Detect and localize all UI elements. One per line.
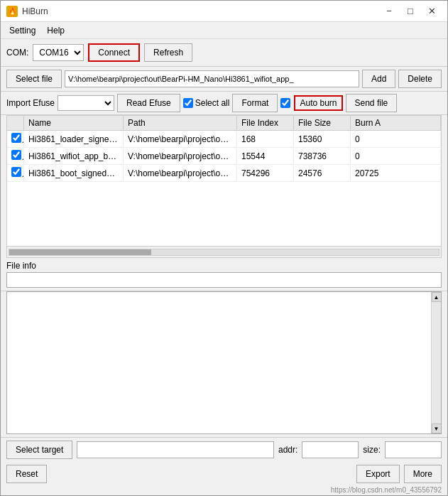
row2-name: Hi3861_wifiot_app_burn... <box>24 149 124 163</box>
file-path-input[interactable] <box>65 70 359 87</box>
row1-burn: 0 <box>351 132 441 146</box>
connect-button[interactable]: Connect <box>88 43 140 62</box>
row3-name: Hi3861_boot_signed_B.bin <box>24 166 124 180</box>
th-path: Path <box>124 116 237 130</box>
select-all-checkbox[interactable] <box>183 98 193 108</box>
row3-size: 24576 <box>294 166 351 180</box>
title-bar: 🔥 HiBurn − □ ✕ <box>1 1 447 22</box>
row2-burn: 0 <box>351 149 441 163</box>
target-input[interactable] <box>77 441 274 458</box>
format-button[interactable]: Format <box>232 94 278 112</box>
send-file-button[interactable]: Send file <box>346 94 398 112</box>
bottom-bar2: Reset Export More <box>1 462 447 486</box>
auto-burn-button[interactable]: Auto burn <box>294 95 342 111</box>
row3-path: V:\home\bearpi\project\out\BearPi-H... <box>124 166 237 180</box>
row2-size: 738736 <box>294 149 351 163</box>
scroll-down-arrow[interactable]: ▼ <box>432 424 442 433</box>
table-row[interactable]: Hi3861_loader_signed.bin V:\home\bearpi\… <box>7 131 441 148</box>
file-info-section: File info <box>1 258 447 291</box>
row1-name: Hi3861_loader_signed.bin <box>24 132 124 146</box>
select-file-button[interactable]: Select file <box>6 70 62 88</box>
select-all-label: Select all <box>195 98 230 108</box>
watermark: https://blog.csdn.net/m0_43556792 <box>1 486 447 495</box>
row1-index: 168 <box>237 132 294 146</box>
th-file-size: File Size <box>294 116 351 130</box>
file-info-input[interactable] <box>6 272 442 288</box>
window-controls: − □ ✕ <box>379 4 442 18</box>
scroll-thumb[interactable] <box>9 249 151 255</box>
export-button[interactable]: Export <box>356 465 400 483</box>
app-icon: 🔥 <box>6 6 18 17</box>
th-check <box>7 116 24 130</box>
com-label: COM: <box>6 48 28 58</box>
row2-index: 15544 <box>237 149 294 163</box>
table-body: Hi3861_loader_signed.bin V:\home\bearpi\… <box>7 131 441 246</box>
addr-label: addr: <box>278 445 297 455</box>
delete-button[interactable]: Delete <box>398 70 442 88</box>
window-title: HiBurn <box>22 6 48 16</box>
read-efuse-button[interactable]: Read Efuse <box>117 94 180 112</box>
file-toolbar: Select file Add Delete <box>1 67 447 92</box>
horizontal-scrollbar[interactable] <box>7 246 441 257</box>
import-efuse-select[interactable] <box>58 95 114 111</box>
maximize-button[interactable]: □ <box>400 4 420 18</box>
log-section: ▲ ▼ <box>6 291 442 434</box>
row1-size: 15360 <box>294 132 351 146</box>
row3-index: 754296 <box>237 166 294 180</box>
close-button[interactable]: ✕ <box>422 4 442 18</box>
th-burn-a: Burn A <box>351 116 441 130</box>
th-file-index: File Index <box>237 116 294 130</box>
refresh-button[interactable]: Refresh <box>144 43 192 62</box>
auto-burn-checkbox-label[interactable]: Auto burn <box>280 95 342 111</box>
scroll-track[interactable] <box>9 249 439 256</box>
file-table: Name Path File Index File Size Burn A Hi… <box>6 115 442 258</box>
select-target-button[interactable]: Select target <box>6 441 72 459</box>
scroll-track-v[interactable] <box>432 302 441 424</box>
main-window: 🔥 HiBurn − □ ✕ Setting Help COM: COM16 C… <box>0 0 448 496</box>
com-select[interactable]: COM16 COM1 COM2 <box>33 44 84 61</box>
more-button[interactable]: More <box>404 465 442 483</box>
select-all-checkbox-label[interactable]: Select all <box>183 98 230 108</box>
table-header: Name Path File Index File Size Burn A <box>7 116 441 131</box>
add-button[interactable]: Add <box>362 70 395 88</box>
reset-button[interactable]: Reset <box>6 465 47 483</box>
menu-bar: Setting Help <box>1 22 447 39</box>
title-bar-left: 🔥 HiBurn <box>6 6 48 17</box>
menu-help[interactable]: Help <box>41 24 70 37</box>
menu-setting[interactable]: Setting <box>4 24 41 37</box>
addr-input[interactable] <box>302 441 359 458</box>
import-efuse-label: Import Efuse <box>6 98 55 108</box>
log-scrollbar[interactable]: ▲ ▼ <box>431 292 441 433</box>
toolbar2: Import Efuse Read Efuse Select all Forma… <box>1 92 447 115</box>
row1-path: V:\home\bearpi\project\out\BearPi-H... <box>124 132 237 146</box>
row1-check[interactable] <box>7 131 24 147</box>
bottom-bar: Select target addr: size: <box>1 437 447 462</box>
table-row[interactable]: Hi3861_boot_signed_B.bin V:\home\bearpi\… <box>7 165 441 182</box>
scroll-up-arrow[interactable]: ▲ <box>432 292 442 302</box>
file-info-label: File info <box>6 261 442 271</box>
size-label: size: <box>363 445 381 455</box>
row2-check[interactable] <box>7 148 24 164</box>
row2-path: V:\home\bearpi\project\out\BearPi-H... <box>124 149 237 163</box>
auto-burn-checkbox[interactable] <box>280 98 290 108</box>
row3-check[interactable] <box>7 165 24 181</box>
size-input[interactable] <box>385 441 442 458</box>
table-row[interactable]: Hi3861_wifiot_app_burn... V:\home\bearpi… <box>7 148 441 165</box>
th-name: Name <box>24 116 124 130</box>
main-toolbar: COM: COM16 COM1 COM2 Connect Refresh <box>1 39 447 67</box>
minimize-button[interactable]: − <box>379 4 399 18</box>
row3-burn: 20725 <box>351 166 441 180</box>
